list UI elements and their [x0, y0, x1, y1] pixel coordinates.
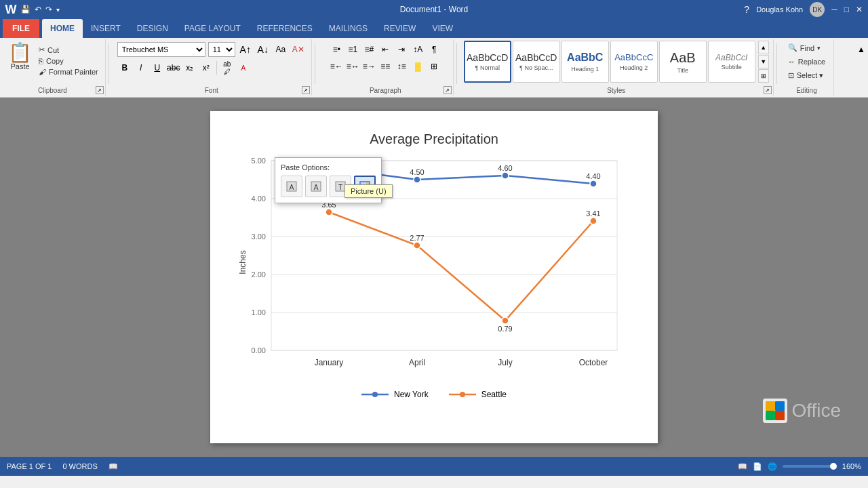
text-highlight-button[interactable]: ab🖊 — [220, 60, 235, 75]
ribbon-collapse-button[interactable]: ▲ — [854, 42, 868, 57]
restore-button[interactable]: □ — [844, 5, 849, 14]
office-logo-text: Office — [791, 400, 841, 422]
paragraph-row2: ≡← ≡↔ ≡→ ≡≡ ↕≡ ▓ ⊞ — [329, 59, 441, 74]
styles-more-button[interactable]: ⊞ — [758, 69, 769, 83]
shading-button[interactable]: ▓ — [410, 59, 425, 74]
style-no-spacing[interactable]: AaBbCcD ¶ No Spac... — [513, 41, 560, 83]
clipboard-group: 📋 Paste ✂ Cut ⎘ Copy 🖌 Format Painter Cl… — [0, 39, 106, 96]
svg-text:T: T — [338, 184, 342, 191]
minimize-button[interactable]: ─ — [831, 5, 837, 14]
qat-undo-button[interactable]: ↶ — [35, 5, 41, 14]
word-count: 0 WORDS — [62, 462, 97, 471]
divider-3 — [456, 43, 457, 84]
paragraph-group-label: Paragraph — [318, 87, 453, 94]
zoom-slider[interactable] — [783, 465, 837, 468]
style-title[interactable]: AaB Title — [659, 41, 707, 83]
styles-scroll-down-button[interactable]: ▼ — [758, 55, 769, 68]
font-name-select[interactable]: Trebuchet MS — [117, 42, 205, 57]
zoom-level[interactable]: 160% — [842, 462, 861, 470]
style-heading1[interactable]: AaBbC Heading 1 — [561, 41, 609, 83]
cut-button[interactable]: ✂ Cut — [37, 45, 100, 55]
qat-more-button[interactable]: ▾ — [56, 6, 60, 14]
strikethrough-button[interactable]: abc — [166, 60, 181, 75]
tab-file[interactable]: FILE — [3, 19, 39, 38]
svg-text:April: April — [409, 358, 425, 367]
language-indicator[interactable]: 📖 — [108, 462, 118, 471]
tab-references[interactable]: REFERENCES — [249, 19, 321, 38]
increase-indent-button[interactable]: ⇥ — [394, 42, 409, 57]
select-button[interactable]: ⊡ Select ▾ — [785, 70, 828, 81]
svg-rect-48 — [766, 401, 775, 411]
align-right-button[interactable]: ≡→ — [361, 59, 376, 74]
tab-home[interactable]: HOME — [42, 19, 83, 38]
styles-expand-button[interactable]: ↗ — [764, 86, 772, 94]
justify-button[interactable]: ≡≡ — [378, 59, 393, 74]
qat-save-button[interactable]: 💾 — [20, 5, 31, 14]
line-spacing-button[interactable]: ↕≡ — [394, 59, 409, 74]
help-icon[interactable]: ? — [744, 4, 749, 15]
find-button[interactable]: 🔍 Find ▾ — [785, 42, 828, 54]
font-shrink-button[interactable]: A↓ — [256, 42, 271, 57]
font-expand-button[interactable]: ↗ — [302, 86, 310, 94]
underline-button[interactable]: U — [150, 60, 165, 75]
align-left-button[interactable]: ≡← — [329, 59, 344, 74]
show-marks-button[interactable]: ¶ — [427, 42, 441, 57]
copy-button[interactable]: ⎘ Copy — [37, 56, 100, 66]
svg-text:1.00: 1.00 — [252, 308, 266, 317]
bold-button[interactable]: B — [117, 60, 132, 75]
styles-scroll: ▲ ▼ ⊞ — [758, 41, 769, 83]
style-heading1-preview: AaBbC — [567, 51, 603, 64]
clipboard-expand-button[interactable]: ↗ — [96, 86, 104, 94]
tab-mailings[interactable]: MAILINGS — [321, 19, 376, 38]
read-mode-button[interactable]: 📖 — [738, 462, 747, 471]
font-grow-button[interactable]: A↑ — [238, 42, 253, 57]
align-center-button[interactable]: ≡↔ — [345, 59, 360, 74]
tab-view[interactable]: VIEW — [424, 19, 461, 38]
style-heading2[interactable]: AaBbCcC Heading 2 — [610, 41, 658, 83]
styles-scroll-up-button[interactable]: ▲ — [758, 41, 769, 54]
qat-redo-button[interactable]: ↷ — [45, 5, 52, 14]
tab-insert[interactable]: INSERT — [83, 19, 129, 38]
tab-design[interactable]: DESIGN — [129, 19, 176, 38]
font-size-select[interactable]: 11 — [208, 42, 235, 57]
format-painter-button[interactable]: 🖌 Format Painter — [37, 67, 100, 77]
paste-button[interactable]: 📋 Paste — [5, 42, 35, 72]
close-button[interactable]: ✕ — [856, 5, 863, 14]
style-no-spacing-label: ¶ No Spac... — [519, 64, 553, 71]
paste-opt-keep-source[interactable]: A — [281, 176, 302, 197]
zoom-thumb — [830, 463, 837, 470]
change-case-button[interactable]: Aa — [273, 42, 288, 57]
copy-icon: ⎘ — [39, 57, 43, 65]
numbering-button[interactable]: ≡1 — [345, 42, 360, 57]
italic-button[interactable]: I — [134, 60, 149, 75]
print-layout-button[interactable]: 📄 — [753, 462, 762, 471]
style-subtitle[interactable]: AaBbCcI Subtitle — [708, 41, 755, 83]
svg-text:2.77: 2.77 — [410, 234, 424, 242]
clear-format-button[interactable]: A✕ — [291, 42, 306, 57]
superscript-button[interactable]: x² — [199, 60, 214, 75]
tab-page-layout[interactable]: PAGE LAYOUT — [176, 19, 249, 38]
svg-text:4.40: 4.40 — [586, 172, 600, 180]
svg-point-35 — [372, 392, 378, 397]
clipboard-group-label: Clipboard — [0, 87, 105, 94]
subscript-button[interactable]: x₂ — [182, 60, 197, 75]
paste-opt-merge[interactable]: A — [305, 176, 327, 197]
style-normal-label: ¶ Normal — [475, 64, 500, 71]
replace-button[interactable]: ↔ Replace — [785, 56, 828, 67]
svg-text:2.00: 2.00 — [252, 270, 266, 279]
replace-icon: ↔ — [788, 58, 795, 66]
multilevel-button[interactable]: ≡# — [361, 42, 376, 57]
decrease-indent-button[interactable]: ⇤ — [378, 42, 393, 57]
style-heading1-label: Heading 1 — [571, 66, 599, 73]
bullets-button[interactable]: ≡• — [329, 42, 344, 57]
style-no-spacing-preview: AaBbCcD — [515, 52, 557, 64]
web-layout-button[interactable]: 🌐 — [768, 462, 777, 471]
sort-button[interactable]: ↕A — [410, 42, 425, 57]
style-normal[interactable]: AaBbCcD ¶ Normal — [464, 41, 511, 83]
borders-button[interactable]: ⊞ — [427, 59, 441, 74]
paragraph-expand-button[interactable]: ↗ — [443, 86, 452, 94]
font-color-button[interactable]: A — [236, 60, 251, 75]
ribbon: 📋 Paste ✂ Cut ⎘ Copy 🖌 Format Painter Cl… — [0, 38, 868, 98]
tab-review[interactable]: REVIEW — [376, 19, 424, 38]
user-name[interactable]: Douglas Kohn — [756, 5, 803, 14]
